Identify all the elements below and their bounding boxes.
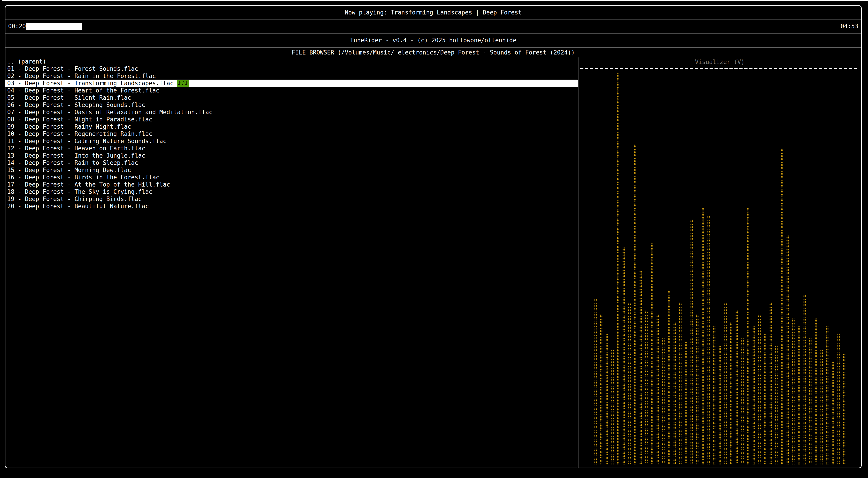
file-item-label: 18 - Deep Forest - The Sky is Crying.fla… [7, 188, 152, 195]
file-item[interactable]: 15 - Deep Forest - Morning Dew.flac [5, 167, 578, 174]
visualizer-bar [651, 243, 653, 465]
visualizer-bar [707, 215, 710, 465]
visualizer-bar [656, 314, 659, 465]
visualizer-bar [724, 302, 727, 465]
file-item-label: 05 - Deep Forest - Silent Rain.flac [7, 94, 131, 101]
visualizer-bar [605, 334, 608, 465]
visualizer-bar [780, 148, 783, 465]
progress-track[interactable] [26, 23, 840, 30]
file-item-label: 01 - Deep Forest - Forest Sounds.flac [7, 65, 138, 72]
visualizer-bar [684, 342, 687, 465]
visualizer-bar [769, 302, 772, 465]
visualizer-bar [690, 219, 693, 465]
visualizer-bar [764, 334, 767, 465]
elapsed-time: 00:20 [8, 23, 26, 30]
file-item-label: 03 - Deep Forest - Transforming Landscap… [7, 80, 174, 87]
file-item[interactable]: 19 - Deep Forest - Chirping Birds.flac [5, 196, 578, 203]
panels: .. (parent) 01 - Deep Forest - Forest So… [5, 57, 861, 468]
playing-notes-badge: ♪♪♪ [177, 80, 189, 87]
visualizer-bar [645, 310, 648, 465]
window-top-edge [2, 0, 868, 1]
file-item-label: 17 - Deep Forest - At the Top of the Hil… [7, 181, 170, 188]
visualizer-bar [798, 326, 800, 465]
app-title-bar: TuneRider - v0.4 - (c) 2025 hollowone/of… [5, 33, 861, 48]
visualizer-bar [831, 362, 834, 465]
progress-fill [26, 23, 82, 30]
visualizer-bar [639, 271, 642, 465]
visualizer-bar [747, 208, 749, 465]
file-item-label: 12 - Deep Forest - Heaven on Earth.flac [7, 145, 145, 152]
file-item-selected[interactable]: 03 - Deep Forest - Transforming Landscap… [5, 80, 578, 87]
visualizer-bar [617, 73, 620, 465]
visualizer-bar [668, 291, 671, 465]
file-item[interactable]: 04 - Deep Forest - Heart of the Forest.f… [5, 87, 578, 94]
total-time: 04:53 [841, 23, 858, 30]
file-item[interactable]: 02 - Deep Forest - Rain in the Forest.fl… [5, 72, 578, 80]
main-area: FILE BROWSER (/Volumes/Music/_electronic… [5, 48, 861, 468]
file-browser-panel: .. (parent) 01 - Deep Forest - Forest So… [5, 57, 578, 468]
now-playing-text: Now playing: Transforming Landscapes | D… [345, 9, 522, 16]
progress-row: 00:20 04:53 [5, 20, 861, 33]
app-title-text: TuneRider - v0.4 - (c) 2025 hollowone/of… [350, 37, 517, 44]
visualizer-bar [611, 350, 614, 465]
file-item[interactable]: 06 - Deep Forest - Sleeping Sounds.flac [5, 101, 578, 109]
file-item[interactable]: 13 - Deep Forest - Into the Jungle.flac [5, 152, 578, 159]
visualizer-bar [786, 235, 789, 465]
file-item[interactable]: 08 - Deep Forest - Night in Paradise.fla… [5, 116, 578, 123]
visualizer-bars [579, 69, 861, 468]
file-item[interactable]: 20 - Deep Forest - Beautiful Nature.flac [5, 203, 578, 210]
file-item-label: 20 - Deep Forest - Beautiful Nature.flac [7, 203, 149, 210]
visualizer-bar [775, 346, 778, 465]
file-item-label: 06 - Deep Forest - Sleeping Sounds.flac [7, 101, 145, 108]
visualizer-bar [702, 208, 704, 465]
visualizer-bar [843, 354, 846, 465]
visualizer-bar [809, 338, 812, 465]
file-item-label: 11 - Deep Forest - Calming Nature Sounds… [7, 138, 166, 145]
visualizer-bar [628, 302, 631, 465]
file-item[interactable]: 07 - Deep Forest - Oasis of Relaxation a… [5, 109, 578, 116]
file-item-label: 13 - Deep Forest - Into the Jungle.flac [7, 152, 145, 159]
parent-dir-item[interactable]: .. (parent) [5, 58, 578, 65]
visualizer-bar [679, 302, 682, 465]
visualizer-bar [837, 334, 840, 465]
visualizer-panel: Visualizer (V) [579, 57, 861, 468]
file-item[interactable]: 14 - Deep Forest - Rain to Sleep.flac [5, 159, 578, 167]
file-item[interactable]: 09 - Deep Forest - Rainy Night.flac [5, 123, 578, 130]
file-item-label: 02 - Deep Forest - Rain in the Forest.fl… [7, 72, 156, 79]
file-item[interactable]: 11 - Deep Forest - Calming Nature Sounds… [5, 138, 578, 145]
visualizer-bar [622, 247, 625, 465]
visualizer-bar [713, 326, 716, 465]
file-item[interactable]: 16 - Deep Forest - Birds in the Forest.f… [5, 174, 578, 181]
visualizer-bar [826, 326, 829, 465]
visualizer-bar [814, 318, 817, 465]
file-item[interactable]: 01 - Deep Forest - Forest Sounds.flac [5, 65, 578, 72]
file-item[interactable]: 18 - Deep Forest - The Sky is Crying.fla… [5, 188, 578, 196]
file-item-label: 07 - Deep Forest - Oasis of Relaxation a… [7, 109, 213, 116]
visualizer-bar [600, 314, 602, 465]
file-item-label: 08 - Deep Forest - Night in Paradise.fla… [7, 116, 152, 123]
visualizer-bar [718, 346, 721, 465]
tunerider-window: Now playing: Transforming Landscapes | D… [5, 5, 862, 468]
file-item[interactable]: 05 - Deep Forest - Silent Rain.flac [5, 94, 578, 101]
visualizer-bar [752, 326, 755, 465]
file-item-label: 10 - Deep Forest - Regenerating Rain.fla… [7, 130, 152, 137]
file-item-label: 19 - Deep Forest - Chirping Birds.flac [7, 196, 142, 202]
visualizer-bar [803, 294, 806, 465]
visualizer-bar [730, 322, 733, 465]
visualizer-bar [758, 314, 761, 465]
file-item[interactable]: 12 - Deep Forest - Heaven on Earth.flac [5, 145, 578, 152]
file-item[interactable]: 10 - Deep Forest - Regenerating Rain.fla… [5, 130, 578, 138]
file-item-label: 09 - Deep Forest - Rainy Night.flac [7, 123, 131, 130]
file-item[interactable]: 17 - Deep Forest - At the Top of the Hil… [5, 181, 578, 188]
now-playing-bar: Now playing: Transforming Landscapes | D… [5, 6, 861, 20]
file-item-label: 14 - Deep Forest - Rain to Sleep.flac [7, 159, 138, 166]
visualizer-bar [594, 298, 597, 465]
visualizer-bar [633, 144, 637, 465]
visualizer-bar [673, 322, 676, 465]
visualizer-bar [820, 350, 823, 465]
visualizer-bar [696, 314, 699, 465]
file-item-label: 04 - Deep Forest - Heart of the Forest.f… [7, 87, 159, 94]
file-item-label: 16 - Deep Forest - Birds in the Forest.f… [7, 174, 159, 181]
visualizer-bar [735, 310, 738, 465]
file-item-label: 15 - Deep Forest - Morning Dew.flac [7, 167, 131, 173]
